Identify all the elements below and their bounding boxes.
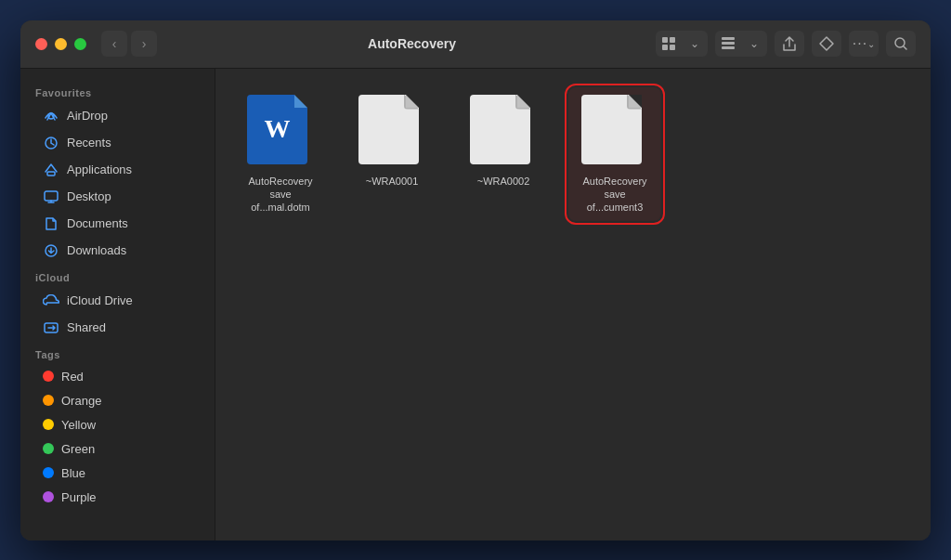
- generic-file-icon-1: [358, 95, 425, 169]
- shared-label: Shared: [67, 320, 106, 334]
- nav-buttons: ‹ ›: [101, 31, 157, 57]
- tags-label: Tags: [20, 342, 215, 364]
- file-name-autorecovery-cument3: AutoRecovery save of...cument3: [576, 175, 654, 215]
- blue-dot: [43, 467, 54, 478]
- sidebar-item-orange[interactable]: Orange: [28, 389, 207, 412]
- sidebar-item-purple[interactable]: Purple: [28, 486, 207, 509]
- shared-icon: [43, 319, 59, 336]
- list-view-button[interactable]: [715, 31, 741, 57]
- word-letter: W: [265, 114, 291, 144]
- svg-rect-4: [722, 37, 735, 40]
- svg-rect-1: [670, 37, 675, 43]
- finder-window: ‹ › AutoRecovery ⌄: [20, 20, 931, 540]
- yellow-label: Yellow: [61, 418, 96, 432]
- svg-rect-6: [722, 46, 735, 49]
- file-item-wra0002[interactable]: ~WRA0002: [457, 87, 550, 222]
- word-file-icon: W: [247, 95, 314, 169]
- icloud-drive-icon: [43, 293, 59, 309]
- airdrop-icon: [43, 108, 59, 124]
- purple-dot: [43, 491, 54, 502]
- generic-file-icon-2: [470, 95, 537, 169]
- file-item-autorecovery-cument3[interactable]: AutoRecovery save of...cument3: [568, 87, 661, 222]
- svg-rect-2: [662, 45, 668, 50]
- file-name-wra0001: ~WRA0001: [366, 175, 419, 188]
- sort-button[interactable]: ⌄: [682, 31, 708, 57]
- applications-icon: [43, 162, 59, 178]
- airdrop-label: AirDrop: [67, 109, 108, 123]
- svg-rect-0: [662, 37, 668, 43]
- list-view-toggle: ⌄: [715, 31, 767, 57]
- sidebar: Favourites AirDrop: [20, 69, 215, 540]
- sidebar-item-green[interactable]: Green: [28, 437, 207, 461]
- icon-view-button[interactable]: [656, 31, 682, 57]
- downloads-icon: [43, 242, 59, 259]
- list-sort-button[interactable]: ⌄: [741, 31, 767, 57]
- green-label: Green: [61, 442, 95, 456]
- desktop-label: Desktop: [67, 189, 111, 203]
- back-button[interactable]: ‹: [101, 31, 127, 57]
- desktop-icon: [43, 189, 59, 205]
- purple-label: Purple: [61, 490, 97, 504]
- sidebar-item-shared[interactable]: Shared: [28, 315, 207, 341]
- sidebar-item-documents[interactable]: Documents: [28, 211, 207, 237]
- recents-icon: [43, 135, 59, 151]
- file-name-wra0002: ~WRA0002: [477, 175, 530, 188]
- view-toggle: ⌄: [656, 31, 708, 57]
- downloads-label: Downloads: [67, 243, 126, 257]
- applications-label: Applications: [67, 163, 132, 176]
- file-item-wra0001[interactable]: ~WRA0001: [345, 87, 438, 222]
- recents-label: Recents: [67, 136, 111, 150]
- sidebar-item-downloads[interactable]: Downloads: [28, 238, 207, 264]
- more-button[interactable]: ··· ⌄: [849, 31, 879, 57]
- sidebar-item-blue[interactable]: Blue: [28, 462, 207, 485]
- generic-file-icon-3: [581, 95, 648, 169]
- svg-rect-10: [47, 172, 55, 176]
- green-dot: [43, 443, 54, 454]
- sidebar-item-desktop[interactable]: Desktop: [28, 184, 207, 210]
- icloud-drive-label: iCloud Drive: [67, 293, 133, 307]
- sidebar-item-recents[interactable]: Recents: [28, 130, 207, 156]
- file-area: W AutoRecovery save of...mal.dotm ~WRA00…: [215, 69, 931, 540]
- icloud-label: iCloud: [20, 265, 215, 287]
- svg-rect-3: [670, 45, 675, 50]
- documents-label: Documents: [67, 216, 128, 230]
- maximize-button[interactable]: [74, 38, 86, 50]
- traffic-lights: [35, 38, 86, 50]
- favourites-label: Favourites: [20, 80, 215, 102]
- orange-dot: [43, 395, 54, 406]
- red-dot: [43, 371, 54, 382]
- search-button[interactable]: [886, 31, 916, 57]
- toolbar-icons: ⌄ ⌄: [656, 31, 916, 57]
- close-button[interactable]: [35, 38, 47, 50]
- share-button[interactable]: [775, 31, 804, 57]
- forward-button[interactable]: ›: [131, 31, 157, 57]
- window-title: AutoRecovery: [168, 36, 656, 51]
- sidebar-item-yellow[interactable]: Yellow: [28, 413, 207, 436]
- ellipsis-icon: ···: [853, 35, 867, 52]
- sidebar-item-red[interactable]: Red: [28, 365, 207, 388]
- sidebar-item-airdrop[interactable]: AirDrop: [28, 103, 207, 129]
- file-item-autorecovery-dotm[interactable]: W AutoRecovery save of...mal.dotm: [234, 87, 327, 222]
- red-label: Red: [61, 370, 84, 384]
- yellow-dot: [43, 419, 54, 430]
- sidebar-item-icloud-drive[interactable]: iCloud Drive: [28, 288, 207, 314]
- orange-label: Orange: [61, 394, 101, 408]
- blue-label: Blue: [61, 466, 85, 480]
- documents-icon: [43, 215, 59, 232]
- tag-button[interactable]: [812, 31, 841, 57]
- file-name-autorecovery-dotm: AutoRecovery save of...mal.dotm: [241, 175, 319, 215]
- titlebar: ‹ › AutoRecovery ⌄: [20, 20, 931, 69]
- content-area: Favourites AirDrop: [20, 69, 931, 540]
- svg-rect-5: [722, 42, 735, 45]
- minimize-button[interactable]: [55, 38, 67, 50]
- svg-rect-11: [45, 191, 58, 201]
- sidebar-item-applications[interactable]: Applications: [28, 157, 207, 183]
